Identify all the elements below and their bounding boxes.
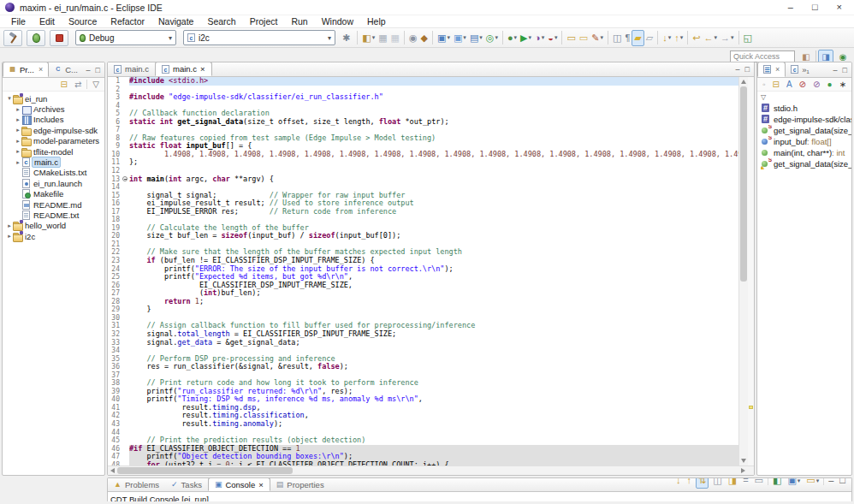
chevron-collapsed-icon[interactable]: ▸ bbox=[15, 116, 21, 123]
coverage-icon[interactable]: ◒▾ bbox=[546, 30, 559, 46]
tree-item-archives[interactable]: ▸Archives bbox=[3, 104, 104, 114]
tab-problems[interactable]: ▲Problems bbox=[108, 477, 165, 491]
tab-pr-[interactable]: ▤Pr...× bbox=[3, 62, 49, 77]
outline-item-get-signal-data-size-t-si[interactable]: Sget_signal_data(size_t, si bbox=[761, 125, 851, 136]
tab-c-[interactable]: CC... bbox=[49, 62, 84, 77]
open-log-icon[interactable]: ◧ bbox=[771, 477, 783, 489]
show-on-output-icon[interactable]: ◨ bbox=[726, 477, 738, 489]
menu-source[interactable]: Source bbox=[62, 15, 103, 27]
tree-item-tflite-model[interactable]: ▸tflite-model bbox=[3, 146, 104, 157]
back-icon[interactable]: ←▾ bbox=[702, 30, 719, 46]
word-wrap-icon[interactable]: ◫ bbox=[711, 477, 723, 489]
scroll-right-arrow-icon[interactable] bbox=[741, 468, 745, 473]
tree-item-readme-md[interactable]: README.md bbox=[3, 199, 104, 210]
scroll-down-arrow-icon[interactable] bbox=[741, 459, 746, 463]
tree-item-i2c[interactable]: ▸i2c bbox=[3, 231, 104, 241]
maximize-view-icon[interactable]: □ bbox=[838, 477, 847, 489]
menu-window[interactable]: Window bbox=[316, 15, 359, 27]
run-icon[interactable]: ▶▾ bbox=[519, 30, 533, 46]
next-annotation-icon[interactable]: ↓▾ bbox=[661, 30, 673, 46]
pin-console-icon[interactable]: = bbox=[741, 477, 750, 489]
fold-collapse-icon[interactable] bbox=[122, 175, 129, 184]
debug-icon[interactable]: ●▾ bbox=[506, 30, 519, 46]
maximize-view-icon[interactable]: □ bbox=[745, 65, 750, 74]
last-edit-location-icon[interactable]: ↩ bbox=[691, 30, 702, 46]
collapse-all-icon[interactable]: ⊟ bbox=[771, 76, 781, 92]
scroll-up-arrow-icon[interactable] bbox=[741, 80, 746, 84]
chevron-collapsed-icon[interactable]: ▸ bbox=[6, 222, 13, 229]
close-button[interactable]: × bbox=[837, 3, 842, 12]
tree-item-readme-txt[interactable]: README.txt bbox=[3, 210, 104, 220]
outline-item-input-buf[interactable]: Sinput_buf : float[] bbox=[761, 136, 851, 147]
chevron-collapsed-icon[interactable]: ▸ bbox=[15, 148, 21, 155]
new-c-project-icon[interactable]: ▣▾ bbox=[436, 30, 452, 46]
quick-access-input[interactable] bbox=[730, 50, 795, 62]
tree-item-edge-impulse-sdk[interactable]: ▸edge-impulse-sdk bbox=[3, 125, 104, 135]
editor-horizontal-scrollbar[interactable] bbox=[108, 465, 754, 475]
previous-annotation-icon[interactable]: ↑▾ bbox=[673, 30, 685, 46]
menu-help[interactable]: Help bbox=[361, 15, 392, 27]
menu-search[interactable]: Search bbox=[201, 15, 241, 27]
view-menu-icon[interactable]: ▽ bbox=[91, 76, 101, 92]
new-cpp-class-icon[interactable]: ▣▾ bbox=[452, 30, 468, 46]
minimize-view-icon[interactable]: – bbox=[833, 66, 838, 74]
close-icon[interactable]: × bbox=[775, 65, 780, 74]
tab-tasks[interactable]: ✓Tasks bbox=[165, 477, 208, 491]
tree-item-hello-world[interactable]: ▸hello_world bbox=[3, 221, 104, 231]
tree-item-ei-run-launch[interactable]: ei_run.launch bbox=[3, 178, 104, 188]
minimize-view-icon[interactable]: – bbox=[736, 65, 740, 74]
editor-vertical-scrollbar[interactable] bbox=[738, 77, 748, 465]
chevron-collapsed-icon[interactable]: ▸ bbox=[15, 127, 21, 133]
stop-button[interactable] bbox=[50, 30, 68, 46]
outline-item-main-int-char-[interactable]: main(int, char**) : int bbox=[761, 147, 851, 158]
outline-item-get-signal-data-size-t-si[interactable]: S▲get_signal_data(size_t, si bbox=[761, 158, 851, 169]
chevron-collapsed-icon[interactable]: ▸ bbox=[6, 233, 13, 240]
block-selection-icon[interactable]: ▱ bbox=[644, 30, 655, 46]
tree-item-main-c[interactable]: ▸main.c bbox=[3, 157, 104, 167]
tab--[interactable]: c»₁ bbox=[786, 62, 815, 77]
close-icon[interactable]: × bbox=[39, 65, 43, 74]
tab-main-c[interactable]: cmain.c× bbox=[155, 62, 212, 76]
minimize-button[interactable]: – bbox=[788, 3, 793, 12]
scroll-up-icon[interactable]: ↑ bbox=[685, 477, 694, 489]
minimize-view-icon[interactable]: – bbox=[827, 477, 835, 489]
display-console-icon[interactable]: ▣▾ bbox=[786, 477, 802, 489]
code-generate-icon[interactable]: ◎▾ bbox=[484, 30, 500, 46]
chevron-collapsed-icon[interactable]: ▸ bbox=[15, 106, 21, 113]
scroll-down-icon[interactable]: ↓ bbox=[674, 477, 683, 489]
scroll-left-arrow-icon[interactable] bbox=[110, 468, 115, 473]
outline-item-edge-impulse-sdk-class[interactable]: edge-impulse-sdk/class bbox=[761, 114, 851, 125]
tree-item-makefile[interactable]: Makefile bbox=[3, 189, 104, 199]
refresh-icon[interactable]: ◉ bbox=[407, 30, 419, 46]
sort-icon[interactable]: A bbox=[785, 76, 794, 92]
chevron-expanded-icon[interactable]: ▾ bbox=[6, 95, 13, 102]
open-folder-icon[interactable]: ▭ bbox=[565, 30, 577, 46]
clear-console-icon[interactable]: ▭ bbox=[753, 477, 765, 489]
save-all-icon[interactable]: ▦ bbox=[389, 30, 401, 46]
launch-settings-gear-icon[interactable]: ✱ bbox=[340, 33, 353, 44]
menu-run[interactable]: Run bbox=[285, 15, 313, 27]
link-with-editor-icon[interactable]: ⇄ bbox=[73, 76, 83, 92]
menu-file[interactable]: File bbox=[5, 15, 32, 27]
code-editor[interactable]: 1#include <stdio.h>23#include "edge-impu… bbox=[108, 77, 754, 465]
close-icon[interactable]: × bbox=[258, 480, 264, 489]
outline-item-stdio-h[interactable]: stdio.h bbox=[761, 103, 851, 114]
scroll-lock-icon[interactable]: ⇅ bbox=[696, 477, 709, 489]
link-with-editor-icon[interactable]: ∗ bbox=[837, 76, 847, 92]
launch-mode-combo[interactable]: Debug ▾ bbox=[75, 30, 176, 45]
hide-non-public-icon[interactable]: ● bbox=[825, 76, 833, 92]
tab-main-c[interactable]: cmain.c bbox=[108, 62, 155, 76]
profile-icon[interactable]: ◑▾ bbox=[533, 30, 546, 46]
menu-refactor[interactable]: Refactor bbox=[104, 15, 151, 27]
chevron-collapsed-icon[interactable]: ▸ bbox=[15, 138, 21, 145]
vertical-scroll-thumb[interactable] bbox=[740, 86, 747, 282]
skip-breakpoints-icon[interactable]: ◆ bbox=[419, 30, 430, 46]
open-type-icon[interactable]: ◱ bbox=[742, 30, 754, 46]
menu-edit[interactable]: Edit bbox=[33, 15, 61, 27]
mark-occurrences-icon[interactable]: ▰ bbox=[632, 30, 643, 46]
tree-item-cmakelists-txt[interactable]: CMakeLists.txt bbox=[3, 168, 104, 178]
tab-outline[interactable]: ☰× bbox=[757, 62, 786, 77]
warning-marker[interactable] bbox=[749, 406, 753, 409]
focus-icon[interactable]: ◦ bbox=[761, 76, 768, 92]
debug-button[interactable] bbox=[27, 30, 45, 46]
